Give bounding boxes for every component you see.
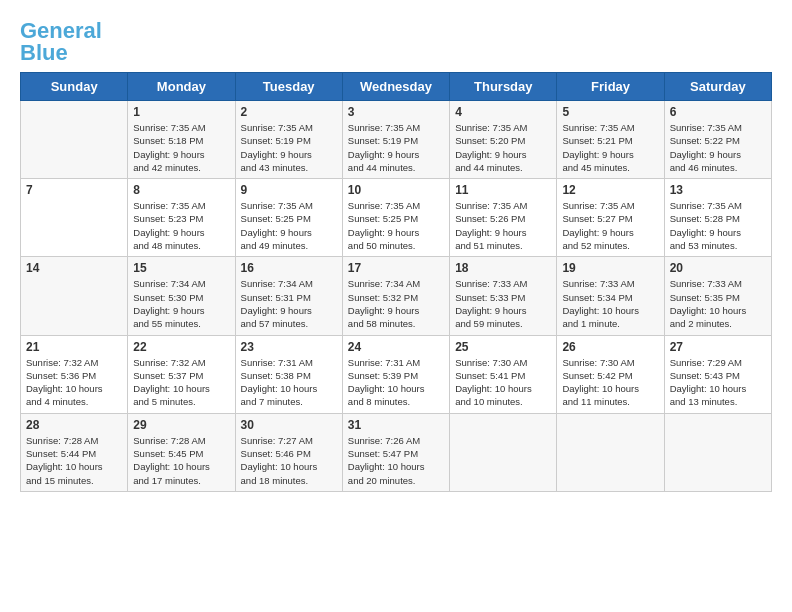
day-number: 30	[241, 418, 337, 432]
day-number: 10	[348, 183, 444, 197]
day-detail: Sunrise: 7:34 AM Sunset: 5:32 PM Dayligh…	[348, 277, 444, 330]
logo-text: General Blue	[20, 20, 102, 64]
day-number: 5	[562, 105, 658, 119]
calendar-cell: 4Sunrise: 7:35 AM Sunset: 5:20 PM Daylig…	[450, 101, 557, 179]
day-number: 28	[26, 418, 122, 432]
day-number: 26	[562, 340, 658, 354]
day-detail: Sunrise: 7:35 AM Sunset: 5:25 PM Dayligh…	[241, 199, 337, 252]
day-detail: Sunrise: 7:35 AM Sunset: 5:18 PM Dayligh…	[133, 121, 229, 174]
calendar-cell: 12Sunrise: 7:35 AM Sunset: 5:27 PM Dayli…	[557, 179, 664, 257]
day-number: 1	[133, 105, 229, 119]
day-number: 22	[133, 340, 229, 354]
day-detail: Sunrise: 7:35 AM Sunset: 5:19 PM Dayligh…	[241, 121, 337, 174]
calendar-cell: 22Sunrise: 7:32 AM Sunset: 5:37 PM Dayli…	[128, 335, 235, 413]
weekday-header-thursday: Thursday	[450, 73, 557, 101]
day-detail: Sunrise: 7:33 AM Sunset: 5:35 PM Dayligh…	[670, 277, 766, 330]
day-number: 23	[241, 340, 337, 354]
day-detail: Sunrise: 7:35 AM Sunset: 5:20 PM Dayligh…	[455, 121, 551, 174]
calendar-cell: 10Sunrise: 7:35 AM Sunset: 5:25 PM Dayli…	[342, 179, 449, 257]
weekday-header-sunday: Sunday	[21, 73, 128, 101]
calendar-cell: 20Sunrise: 7:33 AM Sunset: 5:35 PM Dayli…	[664, 257, 771, 335]
calendar-cell: 24Sunrise: 7:31 AM Sunset: 5:39 PM Dayli…	[342, 335, 449, 413]
day-detail: Sunrise: 7:30 AM Sunset: 5:42 PM Dayligh…	[562, 356, 658, 409]
week-row-4: 28Sunrise: 7:28 AM Sunset: 5:44 PM Dayli…	[21, 413, 772, 491]
calendar-cell	[21, 101, 128, 179]
week-row-3: 21Sunrise: 7:32 AM Sunset: 5:36 PM Dayli…	[21, 335, 772, 413]
day-detail: Sunrise: 7:32 AM Sunset: 5:37 PM Dayligh…	[133, 356, 229, 409]
day-number: 3	[348, 105, 444, 119]
calendar-cell: 27Sunrise: 7:29 AM Sunset: 5:43 PM Dayli…	[664, 335, 771, 413]
calendar-cell: 15Sunrise: 7:34 AM Sunset: 5:30 PM Dayli…	[128, 257, 235, 335]
calendar-cell: 8Sunrise: 7:35 AM Sunset: 5:23 PM Daylig…	[128, 179, 235, 257]
day-number: 19	[562, 261, 658, 275]
calendar-cell: 25Sunrise: 7:30 AM Sunset: 5:41 PM Dayli…	[450, 335, 557, 413]
calendar-cell: 26Sunrise: 7:30 AM Sunset: 5:42 PM Dayli…	[557, 335, 664, 413]
calendar-cell	[450, 413, 557, 491]
day-number: 31	[348, 418, 444, 432]
day-detail: Sunrise: 7:35 AM Sunset: 5:22 PM Dayligh…	[670, 121, 766, 174]
logo-blue: Blue	[20, 40, 68, 65]
calendar-cell: 9Sunrise: 7:35 AM Sunset: 5:25 PM Daylig…	[235, 179, 342, 257]
day-number: 27	[670, 340, 766, 354]
day-number: 24	[348, 340, 444, 354]
calendar-cell: 29Sunrise: 7:28 AM Sunset: 5:45 PM Dayli…	[128, 413, 235, 491]
calendar-cell	[557, 413, 664, 491]
day-detail: Sunrise: 7:35 AM Sunset: 5:26 PM Dayligh…	[455, 199, 551, 252]
weekday-header-wednesday: Wednesday	[342, 73, 449, 101]
day-detail: Sunrise: 7:35 AM Sunset: 5:23 PM Dayligh…	[133, 199, 229, 252]
day-detail: Sunrise: 7:32 AM Sunset: 5:36 PM Dayligh…	[26, 356, 122, 409]
calendar-cell: 18Sunrise: 7:33 AM Sunset: 5:33 PM Dayli…	[450, 257, 557, 335]
day-number: 8	[133, 183, 229, 197]
calendar-cell: 11Sunrise: 7:35 AM Sunset: 5:26 PM Dayli…	[450, 179, 557, 257]
weekday-header-friday: Friday	[557, 73, 664, 101]
calendar-cell: 6Sunrise: 7:35 AM Sunset: 5:22 PM Daylig…	[664, 101, 771, 179]
day-number: 12	[562, 183, 658, 197]
day-number: 4	[455, 105, 551, 119]
logo: General Blue	[20, 20, 102, 64]
day-number: 11	[455, 183, 551, 197]
day-detail: Sunrise: 7:35 AM Sunset: 5:28 PM Dayligh…	[670, 199, 766, 252]
day-number: 7	[26, 183, 122, 197]
weekday-header-monday: Monday	[128, 73, 235, 101]
day-number: 13	[670, 183, 766, 197]
day-detail: Sunrise: 7:31 AM Sunset: 5:38 PM Dayligh…	[241, 356, 337, 409]
day-detail: Sunrise: 7:35 AM Sunset: 5:25 PM Dayligh…	[348, 199, 444, 252]
day-number: 9	[241, 183, 337, 197]
weekday-header-row: SundayMondayTuesdayWednesdayThursdayFrid…	[21, 73, 772, 101]
calendar-cell: 21Sunrise: 7:32 AM Sunset: 5:36 PM Dayli…	[21, 335, 128, 413]
calendar-cell: 3Sunrise: 7:35 AM Sunset: 5:19 PM Daylig…	[342, 101, 449, 179]
calendar-cell: 5Sunrise: 7:35 AM Sunset: 5:21 PM Daylig…	[557, 101, 664, 179]
calendar-cell: 19Sunrise: 7:33 AM Sunset: 5:34 PM Dayli…	[557, 257, 664, 335]
day-detail: Sunrise: 7:33 AM Sunset: 5:33 PM Dayligh…	[455, 277, 551, 330]
calendar-cell: 23Sunrise: 7:31 AM Sunset: 5:38 PM Dayli…	[235, 335, 342, 413]
day-detail: Sunrise: 7:27 AM Sunset: 5:46 PM Dayligh…	[241, 434, 337, 487]
day-detail: Sunrise: 7:28 AM Sunset: 5:44 PM Dayligh…	[26, 434, 122, 487]
calendar-cell: 30Sunrise: 7:27 AM Sunset: 5:46 PM Dayli…	[235, 413, 342, 491]
day-detail: Sunrise: 7:35 AM Sunset: 5:21 PM Dayligh…	[562, 121, 658, 174]
day-detail: Sunrise: 7:34 AM Sunset: 5:30 PM Dayligh…	[133, 277, 229, 330]
week-row-2: 1415Sunrise: 7:34 AM Sunset: 5:30 PM Day…	[21, 257, 772, 335]
day-detail: Sunrise: 7:34 AM Sunset: 5:31 PM Dayligh…	[241, 277, 337, 330]
calendar-cell: 1Sunrise: 7:35 AM Sunset: 5:18 PM Daylig…	[128, 101, 235, 179]
day-detail: Sunrise: 7:28 AM Sunset: 5:45 PM Dayligh…	[133, 434, 229, 487]
day-number: 6	[670, 105, 766, 119]
calendar-cell: 16Sunrise: 7:34 AM Sunset: 5:31 PM Dayli…	[235, 257, 342, 335]
day-number: 18	[455, 261, 551, 275]
week-row-1: 78Sunrise: 7:35 AM Sunset: 5:23 PM Dayli…	[21, 179, 772, 257]
day-number: 14	[26, 261, 122, 275]
day-number: 17	[348, 261, 444, 275]
calendar-body: 1Sunrise: 7:35 AM Sunset: 5:18 PM Daylig…	[21, 101, 772, 492]
day-number: 15	[133, 261, 229, 275]
day-detail: Sunrise: 7:35 AM Sunset: 5:27 PM Dayligh…	[562, 199, 658, 252]
day-number: 21	[26, 340, 122, 354]
calendar-cell: 28Sunrise: 7:28 AM Sunset: 5:44 PM Dayli…	[21, 413, 128, 491]
week-row-0: 1Sunrise: 7:35 AM Sunset: 5:18 PM Daylig…	[21, 101, 772, 179]
weekday-header-tuesday: Tuesday	[235, 73, 342, 101]
calendar-table: SundayMondayTuesdayWednesdayThursdayFrid…	[20, 72, 772, 492]
day-number: 16	[241, 261, 337, 275]
calendar-cell: 13Sunrise: 7:35 AM Sunset: 5:28 PM Dayli…	[664, 179, 771, 257]
day-number: 29	[133, 418, 229, 432]
calendar-cell: 17Sunrise: 7:34 AM Sunset: 5:32 PM Dayli…	[342, 257, 449, 335]
page-header: General Blue	[20, 20, 772, 64]
calendar-cell: 2Sunrise: 7:35 AM Sunset: 5:19 PM Daylig…	[235, 101, 342, 179]
